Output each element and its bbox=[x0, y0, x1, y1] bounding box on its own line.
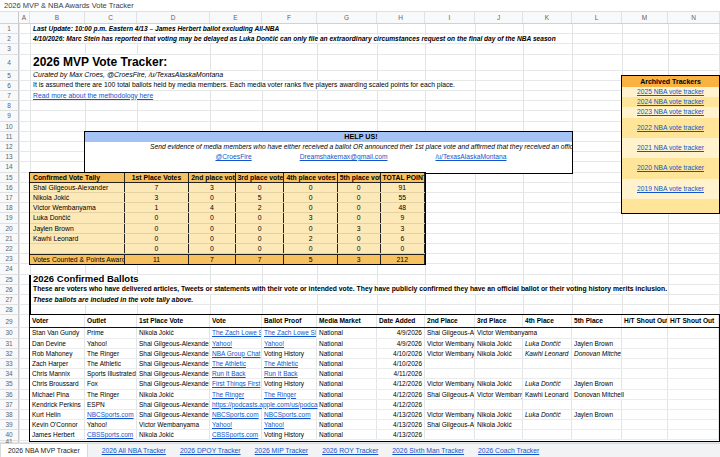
tab-2026-mip-tracker[interactable]: 2026 MIP Tracker bbox=[255, 447, 309, 454]
column-header-J[interactable]: J bbox=[475, 12, 523, 23]
tab-2026-coach-tracker[interactable]: 2026 Coach Tracker bbox=[478, 447, 539, 454]
ballot-link-cell[interactable]: First Things First bbox=[210, 379, 262, 388]
row-header-14[interactable]: 14 bbox=[0, 162, 19, 172]
row-header-1[interactable]: 1 bbox=[0, 24, 19, 34]
row-header-7[interactable]: 7 bbox=[0, 91, 19, 101]
select-all-corner[interactable] bbox=[0, 12, 19, 23]
row-header-35[interactable]: 35 bbox=[0, 379, 19, 389]
ballot-link[interactable]: CBSSports.com bbox=[87, 431, 133, 438]
ballot-link[interactable]: Run It Back bbox=[264, 370, 298, 377]
row-header-21[interactable]: 21 bbox=[0, 234, 19, 244]
tab-2026-dpoy-tracker[interactable]: 2026 DPOY Tracker bbox=[180, 447, 241, 454]
row-header-5[interactable]: 5 bbox=[0, 71, 19, 81]
help-link-2[interactable]: /u/TexasAlaskaMontana bbox=[435, 152, 506, 162]
ballot-link-cell[interactable]: CBSSports.com bbox=[85, 430, 137, 439]
ballot-link-cell[interactable]: NBCSports.com bbox=[210, 410, 262, 419]
row-header-36[interactable]: 36 bbox=[0, 390, 19, 400]
row-header-4[interactable]: 4 bbox=[0, 55, 19, 71]
ballot-link-cell[interactable]: The Zach Lowe Show bbox=[262, 328, 317, 337]
column-header-L[interactable]: L bbox=[572, 12, 622, 23]
row-header-6[interactable]: 6 bbox=[0, 81, 19, 91]
tab-2026-nba-mvp-tracker[interactable]: 2026 NBA MVP Tracker bbox=[0, 444, 88, 457]
ballot-link[interactable]: The Athletic bbox=[212, 360, 246, 367]
ballot-link-cell[interactable]: Yahoo! bbox=[262, 420, 317, 429]
ballot-link-cell[interactable]: The Athletic bbox=[210, 359, 262, 368]
help-link-0[interactable]: @CroesFire bbox=[216, 152, 252, 162]
row-header-3[interactable]: 3 bbox=[0, 44, 19, 54]
methodology-link[interactable]: Read more about the methodology here bbox=[33, 92, 153, 101]
ballot-link[interactable]: First Things First bbox=[212, 380, 260, 387]
ballot-link-cell[interactable]: NBCSports.com bbox=[262, 410, 317, 419]
column-header-A[interactable]: A bbox=[19, 12, 30, 23]
column-header-H[interactable]: H bbox=[377, 12, 425, 23]
row-header-13[interactable]: 13 bbox=[0, 152, 19, 162]
row-header-10[interactable]: 10 bbox=[0, 122, 19, 132]
row-header-18[interactable]: 18 bbox=[0, 203, 19, 213]
ballot-link[interactable]: The Athletic bbox=[264, 360, 298, 367]
column-header-K[interactable]: K bbox=[523, 12, 572, 23]
ballot-link-cell[interactable]: NBCSports.com bbox=[85, 410, 137, 419]
ballot-link[interactable]: https://podcasts.apple.com/us/podca bbox=[212, 401, 318, 408]
column-header-E[interactable]: E bbox=[210, 12, 262, 23]
archived-link-2023[interactable]: 2023 NBA vote tracker bbox=[637, 108, 704, 115]
ballot-link-cell[interactable]: The Athletic bbox=[262, 359, 317, 368]
column-header-G[interactable]: G bbox=[317, 12, 377, 23]
row-header-17[interactable]: 17 bbox=[0, 193, 19, 203]
ballot-link[interactable]: Yahoo! bbox=[212, 421, 232, 428]
row-header-15[interactable]: 15 bbox=[0, 173, 19, 183]
row-header-2[interactable]: 2 bbox=[0, 34, 19, 44]
row-header-12[interactable]: 12 bbox=[0, 142, 19, 152]
row-header-27[interactable]: 27 bbox=[0, 295, 19, 305]
ballot-link[interactable]: The Zach Lowe Show bbox=[264, 329, 317, 336]
column-header-D[interactable]: D bbox=[137, 12, 210, 23]
ballot-link[interactable]: Yahoo! bbox=[264, 421, 284, 428]
row-header-28[interactable]: 28 bbox=[0, 305, 19, 315]
ballot-link-cell[interactable]: The Ringer bbox=[210, 390, 262, 399]
ballot-link[interactable]: NBCSports.com bbox=[264, 411, 311, 418]
row-header-24[interactable]: 24 bbox=[0, 264, 19, 274]
ballot-link[interactable]: NBCSports.com bbox=[212, 411, 259, 418]
ballot-link[interactable]: NBCSports.com bbox=[87, 411, 134, 418]
column-header-N[interactable]: N bbox=[668, 12, 720, 23]
row-header-33[interactable]: 33 bbox=[0, 359, 19, 369]
ballot-link[interactable]: Yahoo! bbox=[264, 340, 284, 347]
archived-link-2021[interactable]: 2021 NBA vote tracker bbox=[637, 144, 704, 151]
ballot-link[interactable]: The Ringer bbox=[212, 391, 244, 398]
archived-link-2022[interactable]: 2022 NBA vote tracker bbox=[637, 124, 704, 131]
row-header-30[interactable]: 30 bbox=[0, 328, 19, 338]
ballot-link[interactable]: Yahoo! bbox=[212, 340, 232, 347]
ballot-link[interactable]: CBSSports.com bbox=[212, 431, 258, 438]
row-header-34[interactable]: 34 bbox=[0, 369, 19, 379]
ballot-link-cell[interactable]: NBA Group Chat bbox=[210, 349, 262, 358]
ballot-link-cell[interactable]: The Zach Lowe Show bbox=[210, 328, 262, 337]
row-header-26[interactable]: 26 bbox=[0, 285, 19, 295]
help-link-1[interactable]: Dreamshakemax@gmail.com bbox=[300, 152, 388, 162]
tab-2026-roy-tracker[interactable]: 2026 ROY Tracker bbox=[322, 447, 378, 454]
row-header-32[interactable]: 32 bbox=[0, 349, 19, 359]
column-header-M[interactable]: M bbox=[622, 12, 668, 23]
archived-link-2020[interactable]: 2020 NBA vote tracker bbox=[637, 164, 704, 171]
column-header-F[interactable]: F bbox=[262, 12, 317, 23]
column-header-B[interactable]: B bbox=[30, 12, 85, 23]
row-header-22[interactable]: 22 bbox=[0, 244, 19, 254]
row-header-37[interactable]: 37 bbox=[0, 400, 19, 410]
row-header-19[interactable]: 19 bbox=[0, 213, 19, 223]
row-header-31[interactable]: 31 bbox=[0, 339, 19, 349]
row-header-20[interactable]: 20 bbox=[0, 224, 19, 234]
ballot-link[interactable]: The Ringer bbox=[264, 391, 296, 398]
ballot-link-cell[interactable]: Yahoo! bbox=[262, 339, 317, 348]
row-header-8[interactable]: 8 bbox=[0, 101, 19, 111]
tab-2026-all-nba-tracker[interactable]: 2026 All NBA Tracker bbox=[102, 447, 166, 454]
ballot-link[interactable]: Run It Back bbox=[212, 370, 246, 377]
row-header-9[interactable]: 9 bbox=[0, 111, 19, 121]
row-header-29[interactable]: 29 bbox=[0, 315, 19, 328]
ballot-link[interactable]: The Zach Lowe Show bbox=[212, 329, 262, 336]
ballot-link-cell[interactable]: Yahoo! bbox=[210, 339, 262, 348]
row-header-39[interactable]: 39 bbox=[0, 420, 19, 430]
row-header-23[interactable]: 23 bbox=[0, 254, 19, 264]
ballot-link-cell[interactable]: https://podcasts.apple.com/us/podca bbox=[210, 400, 262, 409]
row-header-38[interactable]: 38 bbox=[0, 410, 19, 420]
archived-link-2019[interactable]: 2019 NBA vote tracker bbox=[637, 185, 704, 192]
ballot-link-cell[interactable]: CBSSports.com bbox=[210, 430, 262, 439]
row-header-25[interactable]: 25 bbox=[0, 275, 19, 285]
